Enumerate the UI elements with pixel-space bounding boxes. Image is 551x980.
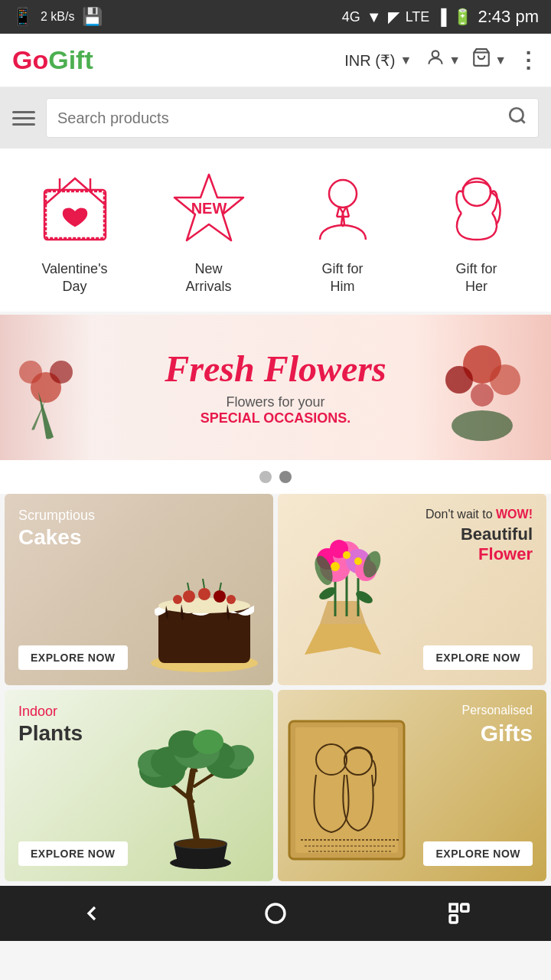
recents-button[interactable] [444,898,474,929]
new-arrivals-label: NewArrivals [185,260,231,296]
hamburger-line-2 [12,117,35,119]
plants-title: Plants [18,721,83,746]
svg-point-29 [227,595,236,604]
search-icon[interactable] [507,106,527,131]
svg-point-51 [175,839,226,848]
svg-line-32 [220,583,221,590]
svg-rect-71 [450,915,457,922]
hamburger-menu[interactable] [12,111,35,126]
user-menu[interactable]: ▼ [425,47,461,73]
wifi-icon: ▼ [367,8,382,26]
search-input[interactable] [57,109,500,127]
product-card-plants[interactable]: Indoor Plants EXPLORE NOW [5,690,273,881]
banner-left-flowers [0,315,92,460]
signal-bars: ▐ [435,8,446,26]
new-arrivals-icon: NEW [167,167,251,251]
currency-selector[interactable]: INR (₹) ▼ [344,51,412,70]
cakes-title: Cakes [18,525,95,550]
bottom-nav [0,886,551,941]
banner-text: Fresh Flowers Flowers for your SPECIAL O… [165,348,386,426]
svg-line-11 [347,207,349,217]
svg-text:NEW: NEW [191,200,227,217]
svg-point-18 [445,366,473,394]
svg-line-30 [187,583,189,590]
categories-section: Valentine'sDay NEW NewArrivals Gift [0,149,551,312]
svg-line-10 [337,207,339,217]
logo-gift: Gift [48,45,93,74]
lte-label: LTE [406,9,430,25]
svg-point-19 [490,364,520,395]
gift-him-label: Gift forHim [321,260,363,296]
search-bar[interactable] [46,98,539,138]
svg-point-20 [471,384,494,407]
status-bar: 📱 2 kB/s 💾 4G ▼ ◤ LTE ▐ 🔋 2:43 pm [0,0,551,34]
svg-point-60 [193,730,223,754]
currency-dropdown-arrow: ▼ [399,54,412,67]
time-display: 2:43 pm [478,7,540,27]
category-valentines[interactable]: Valentine'sDay [18,167,132,296]
search-section [0,87,551,149]
valentines-label: Valentine'sDay [41,260,107,296]
cakes-explore-btn[interactable]: EXPLORE NOW [18,645,128,670]
carousel-dots [0,460,551,494]
logo[interactable]: GoGift [12,45,93,75]
gift-her-label: Gift forHer [455,260,497,296]
flowers-explore-btn[interactable]: EXPLORE NOW [423,645,533,670]
svg-rect-69 [450,904,457,911]
product-grid: Scrumptious Cakes EXPLORE NOW [0,494,551,886]
svg-point-2 [510,108,523,121]
back-button[interactable] [77,898,107,929]
user-dropdown-arrow: ▼ [448,54,461,67]
gift-her-icon [435,167,519,251]
personalised-explore-btn[interactable]: EXPLORE NOW [423,841,533,866]
whatsapp-icon: 📱 [12,7,33,27]
dot-1[interactable] [259,471,272,483]
banner-title: Fresh Flowers [165,348,386,390]
svg-point-16 [50,361,73,384]
category-gift-him[interactable]: Gift forHim [285,167,400,296]
sim-icon: 💾 [82,7,103,27]
plants-subtitle: Indoor [18,704,83,720]
flowers-title: BeautifulFlower [292,524,533,564]
category-gift-her[interactable]: Gift forHer [419,167,534,296]
category-new-arrivals[interactable]: NEW NewArrivals [152,167,266,296]
hamburger-line-3 [12,123,35,126]
personalised-title: Gifts [292,720,533,746]
svg-point-0 [432,51,439,57]
svg-point-15 [19,361,42,384]
svg-point-68 [266,904,285,923]
svg-rect-70 [461,904,468,911]
plants-explore-btn[interactable]: EXPLORE NOW [18,841,128,866]
cake-image [128,529,273,685]
svg-point-21 [452,410,513,441]
banner-subtitle: Flowers for your SPECIAL OCCASIONS. [165,394,386,426]
cart-icon [471,47,491,73]
banner-right-flowers [413,315,551,460]
hamburger-line-1 [12,111,35,113]
svg-point-28 [173,595,182,604]
product-card-cakes[interactable]: Scrumptious Cakes EXPLORE NOW [5,494,273,685]
data-speed: 2 kB/s [41,10,74,24]
network-type: 4G [342,9,360,25]
flowers-subtitle: Don't wait to WOW! [292,508,533,521]
svg-line-31 [203,579,204,588]
gift-him-icon [301,167,385,251]
header: GoGift INR (₹) ▼ ▼ ▼ ⋮ [0,34,551,87]
cakes-subtitle: Scrumptious [18,508,95,524]
user-icon [425,47,445,73]
cart-menu[interactable]: ▼ [471,47,507,73]
svg-point-27 [214,590,226,603]
currency-label: INR (₹) [344,51,395,70]
svg-point-9 [329,180,357,207]
plant-image [128,710,273,881]
product-card-personalised[interactable]: Personalised Gifts EXPLORE NOW [278,690,546,881]
logo-go: Go [12,45,48,74]
more-options-icon[interactable]: ⋮ [517,47,539,73]
valentines-icon [33,167,117,251]
svg-point-26 [198,588,210,600]
signal-icon: ◤ [388,8,399,26]
home-button[interactable] [260,898,291,929]
dot-2[interactable] [279,471,292,483]
fresh-flowers-banner[interactable]: Fresh Flowers Flowers for your SPECIAL O… [0,315,551,460]
product-card-flowers[interactable]: Don't wait to WOW! BeautifulFlower EXPLO… [278,494,546,685]
